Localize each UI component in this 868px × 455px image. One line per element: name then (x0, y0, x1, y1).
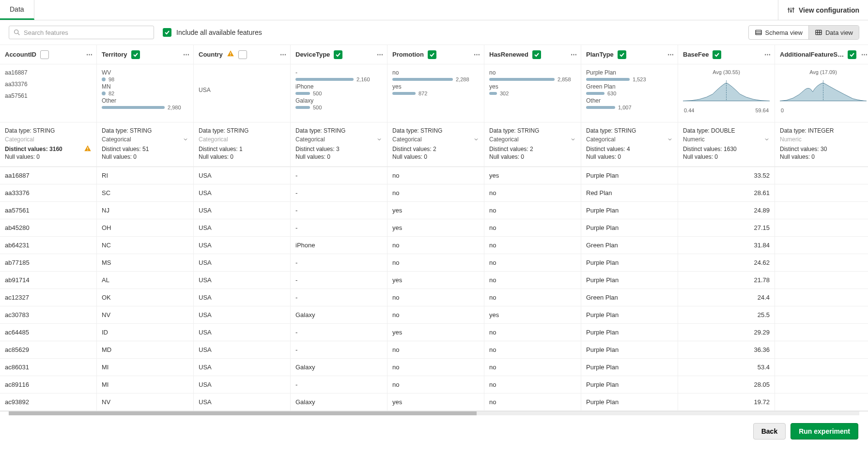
data-cell[interactable]: no (484, 272, 581, 289)
data-cell[interactable]: no (484, 376, 581, 394)
data-cell[interactable]: no (388, 167, 484, 184)
data-cell[interactable]: NJ (97, 202, 194, 219)
column-header[interactable]: DeviceType⋯ (291, 45, 388, 64)
data-cell[interactable]: yes (388, 219, 484, 237)
data-cell[interactable]: NV (97, 306, 194, 324)
column-header[interactable]: Territory⋯ (97, 45, 194, 64)
data-cell[interactable]: 28.05 (678, 376, 775, 394)
column-checkbox[interactable] (428, 50, 436, 59)
data-cell[interactable]: Purple Plan (581, 376, 678, 394)
data-cell[interactable]: USA (194, 237, 291, 254)
data-cell[interactable]: yes (484, 306, 581, 324)
data-cell[interactable]: 29.29 (678, 324, 775, 341)
data-cell[interactable]: 19.72 (678, 394, 775, 411)
data-cell[interactable]: NC (97, 237, 194, 254)
column-checkbox[interactable] (40, 50, 49, 59)
data-cell[interactable]: no (388, 254, 484, 272)
data-cell[interactable]: ac89116 (0, 376, 97, 394)
data-cell[interactable]: no (484, 324, 581, 341)
run-experiment-button[interactable]: Run experiment (790, 423, 858, 440)
data-cell[interactable]: Purple Plan (581, 359, 678, 376)
data-cell[interactable]: no (388, 306, 484, 324)
type-selector[interactable]: Categorical (392, 136, 479, 143)
data-cell[interactable]: Purple Plan (581, 306, 678, 324)
column-checkbox[interactable] (618, 50, 626, 59)
data-cell[interactable]: USA (194, 184, 291, 202)
data-cell[interactable]: Galaxy (291, 359, 388, 376)
data-cell[interactable]: - (291, 184, 388, 202)
data-cell[interactable] (775, 376, 868, 394)
horizontal-scrollbar[interactable] (9, 411, 859, 415)
type-selector[interactable]: Categorical (489, 136, 576, 143)
data-cell[interactable]: - (291, 167, 388, 184)
data-cell[interactable]: USA (194, 376, 291, 394)
column-header[interactable]: HasRenewed⋯ (484, 45, 581, 64)
data-cell[interactable] (775, 289, 868, 306)
data-cell[interactable] (775, 184, 868, 202)
column-checkbox[interactable] (334, 50, 342, 59)
data-cell[interactable]: no (484, 184, 581, 202)
data-cell[interactable] (775, 359, 868, 376)
data-cell[interactable]: 24.89 (678, 202, 775, 219)
data-cell[interactable]: Purple Plan (581, 254, 678, 272)
data-cell[interactable]: - (291, 289, 388, 306)
data-cell[interactable]: ac64485 (0, 324, 97, 341)
data-cell[interactable]: ac85629 (0, 341, 97, 359)
data-cell[interactable]: USA (194, 359, 291, 376)
type-selector[interactable]: Categorical (586, 136, 673, 143)
data-cell[interactable]: no (484, 289, 581, 306)
data-cell[interactable]: 31.84 (678, 237, 775, 254)
column-checkbox[interactable] (131, 50, 140, 59)
column-header[interactable]: BaseFee⋯ (678, 45, 775, 64)
column-header[interactable]: Country⋯ (194, 45, 291, 64)
data-cell[interactable]: Purple Plan (581, 272, 678, 289)
data-cell[interactable]: no (388, 289, 484, 306)
data-cell[interactable]: Purple Plan (581, 394, 678, 411)
data-cell[interactable]: Purple Plan (581, 341, 678, 359)
column-header[interactable]: Promotion⋯ (388, 45, 484, 64)
data-cell[interactable]: - (291, 376, 388, 394)
column-menu-icon[interactable]: ⋯ (280, 51, 286, 58)
data-cell[interactable]: - (291, 324, 388, 341)
data-cell[interactable]: no (484, 359, 581, 376)
data-cell[interactable]: no (484, 237, 581, 254)
data-cell[interactable]: yes (388, 324, 484, 341)
data-cell[interactable]: ac30783 (0, 306, 97, 324)
data-cell[interactable]: OH (97, 219, 194, 237)
column-checkbox[interactable] (238, 50, 247, 59)
data-cell[interactable]: USA (194, 202, 291, 219)
type-selector[interactable]: Numeric (683, 136, 770, 143)
data-cell[interactable]: USA (194, 219, 291, 237)
data-cell[interactable]: Purple Plan (581, 324, 678, 341)
data-cell[interactable]: RI (97, 167, 194, 184)
data-cell[interactable]: Galaxy (291, 306, 388, 324)
column-checkbox[interactable] (713, 50, 721, 59)
data-cell[interactable]: NV (97, 394, 194, 411)
data-cell[interactable]: no (484, 202, 581, 219)
data-cell[interactable]: 36.36 (678, 341, 775, 359)
view-configuration-button[interactable]: View configuration (778, 0, 868, 20)
data-cell[interactable]: USA (194, 289, 291, 306)
data-cell[interactable]: aa33376 (0, 184, 97, 202)
schema-view-button[interactable]: Schema view (749, 26, 808, 39)
data-cell[interactable]: ab91714 (0, 272, 97, 289)
data-cell[interactable]: MS (97, 254, 194, 272)
data-cell[interactable]: no (388, 184, 484, 202)
search-input[interactable] (24, 29, 150, 36)
data-cell[interactable]: MI (97, 376, 194, 394)
data-cell[interactable]: no (388, 237, 484, 254)
back-button[interactable]: Back (753, 423, 786, 440)
column-checkbox[interactable] (848, 50, 856, 59)
data-cell[interactable]: ab77185 (0, 254, 97, 272)
data-cell[interactable]: ac12327 (0, 289, 97, 306)
data-cell[interactable] (775, 306, 868, 324)
data-cell[interactable]: iPhone (291, 237, 388, 254)
data-cell[interactable]: 24.4 (678, 289, 775, 306)
data-cell[interactable]: Galaxy (291, 394, 388, 411)
data-cell[interactable]: aa16887 (0, 167, 97, 184)
data-cell[interactable]: aa57561 (0, 202, 97, 219)
type-selector[interactable]: Categorical (102, 136, 188, 143)
data-cell[interactable]: Purple Plan (581, 219, 678, 237)
data-cell[interactable]: ID (97, 324, 194, 341)
data-cell[interactable]: USA (194, 272, 291, 289)
